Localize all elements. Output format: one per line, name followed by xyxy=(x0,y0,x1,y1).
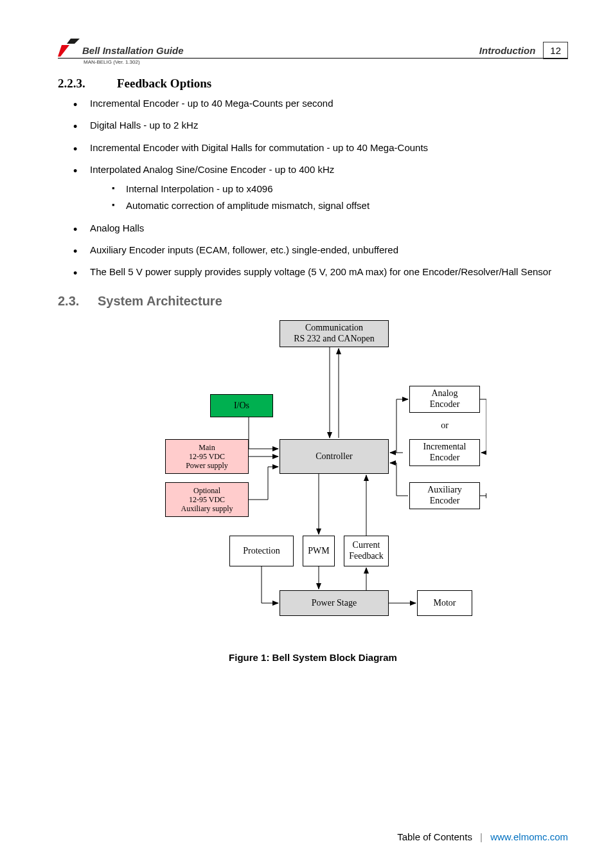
diagram-ios-box: I/Os xyxy=(210,394,273,417)
heading-2-3: 2.3.System Architecture xyxy=(58,294,568,309)
footer-link[interactable]: www.elmomc.com xyxy=(490,831,568,842)
sub-list-item: Internal Interpolation - up to x4096 xyxy=(109,183,568,195)
doc-code: MAN-BELIG (Ver. 1.302) xyxy=(84,59,568,65)
sub-list: Internal Interpolation - up to x4096 Aut… xyxy=(90,183,568,213)
list-item: Incremental Encoder - up to 40 Mega-Coun… xyxy=(71,97,568,110)
list-item-text: Interpolated Analog Sine/Cosine Encoder … xyxy=(90,164,334,175)
aux-l2: Encoder xyxy=(430,496,460,505)
figure-caption: Figure 1: Bell System Block Diagram xyxy=(58,652,568,663)
cfb-l1: Current xyxy=(353,540,380,550)
feedback-options-list: Incremental Encoder - up to 40 Mega-Coun… xyxy=(58,97,568,278)
page-footer: Table of Contents | www.elmomc.com xyxy=(397,831,568,842)
diagram-or-label: or xyxy=(409,420,480,431)
diagram-protection-box: Protection xyxy=(229,536,294,566)
comm-line2: RS 232 and CANopen xyxy=(294,334,375,343)
page-number: 12 xyxy=(543,42,568,59)
diagram-incremental-encoder-box: Incremental Encoder xyxy=(409,439,480,466)
comm-line1: Communication xyxy=(305,323,363,332)
system-block-diagram: Communication RS 232 and CANopen I/Os Ma… xyxy=(139,320,486,642)
heading-text: Feedback Options xyxy=(117,77,211,90)
diagram-communication-box: Communication RS 232 and CANopen xyxy=(280,320,389,347)
diagram-analog-encoder-box: Analog Encoder xyxy=(409,386,480,413)
opt-l1: Optional xyxy=(193,486,220,495)
main-l2: 12-95 VDC xyxy=(189,452,225,461)
heading-text: System Architecture xyxy=(98,294,222,308)
elmo-logo-icon xyxy=(58,39,80,57)
inc-l2: Encoder xyxy=(430,453,460,462)
logo-block xyxy=(58,39,80,57)
opt-l3: Auxiliary supply xyxy=(181,504,233,513)
heading-number: 2.3. xyxy=(58,294,98,309)
diagram-optional-power-box: Optional 12-95 VDC Auxiliary supply xyxy=(165,482,249,517)
diagram-container: Communication RS 232 and CANopen I/Os Ma… xyxy=(58,320,568,642)
diagram-power-stage-box: Power Stage xyxy=(280,590,389,616)
list-item: The Bell 5 V power supply provides suppl… xyxy=(71,266,568,278)
header-section: Introduction xyxy=(479,45,535,57)
sub-list-item: Automatic correction of amplitude mismat… xyxy=(109,199,568,212)
diagram-pwm-box: PWM xyxy=(303,536,335,566)
diagram-controller-box: Controller xyxy=(280,439,389,474)
page-header: Bell Installation Guide Introduction 12 xyxy=(58,39,568,59)
main-l1: Main xyxy=(199,443,215,452)
list-item: Auxiliary Encoder inputs (ECAM, follower… xyxy=(71,244,568,257)
footer-separator: | xyxy=(480,831,483,842)
diagram-current-feedback-box: Current Feedback xyxy=(344,536,389,566)
cfb-l2: Feedback xyxy=(349,551,384,561)
main-l3: Power supply xyxy=(186,461,228,470)
ana-l2: Encoder xyxy=(430,399,460,409)
list-item: Interpolated Analog Sine/Cosine Encoder … xyxy=(71,163,568,213)
diagram-auxiliary-encoder-box: Auxiliary Encoder xyxy=(409,482,480,509)
diagram-main-power-box: Main 12-95 VDC Power supply xyxy=(165,439,249,474)
heading-number: 2.2.3. xyxy=(58,77,117,91)
list-item: Digital Halls - up to 2 kHz xyxy=(71,119,568,132)
footer-toc[interactable]: Table of Contents xyxy=(397,831,472,842)
opt-l2: 12-95 VDC xyxy=(189,495,225,504)
aux-l1: Auxiliary xyxy=(427,485,462,494)
doc-title: Bell Installation Guide xyxy=(82,45,479,57)
heading-2-2-3: 2.2.3.Feedback Options xyxy=(58,77,568,91)
list-item: Analog Halls xyxy=(71,222,568,235)
diagram-motor-box: Motor xyxy=(417,590,472,616)
list-item: Incremental Encoder with Digital Halls f… xyxy=(71,141,568,154)
ana-l1: Analog xyxy=(431,388,458,398)
inc-l1: Incremental xyxy=(423,442,466,451)
